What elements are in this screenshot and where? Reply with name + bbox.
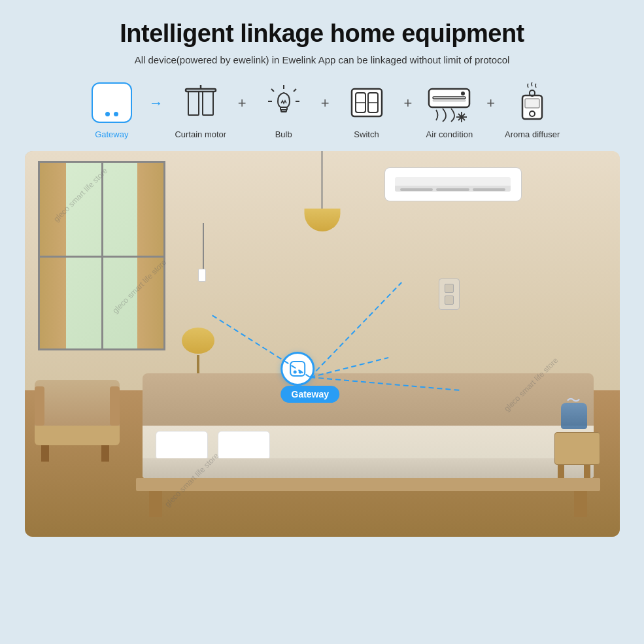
device-bulb: Bulb xyxy=(248,80,320,139)
aroma-diffuser-icon xyxy=(512,82,552,123)
ac-body xyxy=(395,177,511,192)
switch-icon xyxy=(347,82,387,123)
bed-leg-fr xyxy=(574,491,587,517)
ac-icon xyxy=(426,82,472,123)
device-gateway: Gateway xyxy=(76,80,148,139)
chair-seat xyxy=(35,426,120,445)
bulb-icon-wrapper xyxy=(261,80,307,126)
arrow-icon: → xyxy=(149,95,163,125)
svg-point-19 xyxy=(461,92,465,95)
ceiling-lamp xyxy=(304,151,340,231)
aroma-label: Aroma diffuser xyxy=(505,129,560,139)
chair-arm-right xyxy=(110,386,120,426)
svg-rect-3 xyxy=(203,92,213,115)
ac-vent xyxy=(400,188,433,191)
ac-vent xyxy=(436,188,469,191)
room-image: 〜 xyxy=(25,151,620,537)
ac-unit-room xyxy=(384,167,522,201)
svg-line-29 xyxy=(310,358,388,377)
switch-icon-wrapper xyxy=(344,80,390,126)
aroma-icon-wrapper xyxy=(509,80,555,126)
device-curtain: Curtain motor xyxy=(165,80,237,139)
main-container: Intelligent linkage home equipment All d… xyxy=(0,0,644,644)
svg-line-28 xyxy=(310,282,401,377)
lamp-shade xyxy=(304,209,340,231)
bed-leg-fl xyxy=(149,491,162,517)
lamp-cord xyxy=(322,151,323,210)
svg-rect-25 xyxy=(525,99,539,108)
svg-line-31 xyxy=(310,377,460,390)
gateway-icon-wrapper xyxy=(89,80,135,126)
gateway-icon-box xyxy=(92,82,132,123)
pendant-cord xyxy=(203,223,204,269)
chair-legs xyxy=(41,445,120,462)
nightstand: 〜 xyxy=(554,432,600,478)
device-switch: Switch xyxy=(331,80,403,139)
gateway-dots xyxy=(105,112,118,116)
svg-line-6 xyxy=(271,89,274,92)
devices-row: Gateway → Curtain motor + xyxy=(26,80,618,139)
ns-leg-r xyxy=(584,465,590,478)
svg-rect-2 xyxy=(188,92,199,115)
svg-line-5 xyxy=(294,89,296,92)
bulb-label: Bulb xyxy=(275,129,292,139)
steam: 〜 xyxy=(566,391,581,411)
gateway-dot-1 xyxy=(105,112,110,116)
nightstand-top xyxy=(554,432,600,465)
plus-4: + xyxy=(486,95,495,125)
ac-label: Air condition xyxy=(426,129,473,139)
chair-arm-left xyxy=(35,386,44,426)
room-gateway-container: Gateway xyxy=(281,352,340,403)
svg-rect-10 xyxy=(281,110,286,112)
page-subtitle: All device(powered by ewelink) in Ewelin… xyxy=(135,54,510,65)
nightstand-legs xyxy=(558,465,600,478)
curtain-label: Curtain motor xyxy=(175,129,226,139)
plus-3: + xyxy=(404,95,413,125)
window xyxy=(38,161,165,350)
bulb-icon xyxy=(263,82,304,123)
ac-icon-wrapper xyxy=(426,80,472,126)
gateway-label: Gateway xyxy=(95,129,128,139)
plus-2: + xyxy=(321,95,330,125)
ac-vents-row xyxy=(395,186,511,192)
curtain-motor-icon xyxy=(180,82,221,123)
switch-label: Switch xyxy=(354,129,379,139)
ac-vent xyxy=(473,188,505,191)
window-v-divider xyxy=(101,163,103,348)
device-ac: Air condition xyxy=(413,80,485,139)
connection-lines xyxy=(146,263,473,492)
room-aroma-diffuser: 〜 xyxy=(561,403,587,429)
page-title: Intelligent linkage home equipment xyxy=(120,20,524,48)
svg-rect-18 xyxy=(433,100,466,101)
svg-line-30 xyxy=(212,315,310,377)
leg-2 xyxy=(101,445,109,462)
chair-back xyxy=(35,380,120,426)
device-aroma: Aroma diffuser xyxy=(496,80,568,139)
armchair xyxy=(35,380,120,462)
leg-1 xyxy=(41,445,49,462)
gateway-dot-2 xyxy=(114,112,118,116)
plus-1: + xyxy=(238,95,246,125)
curtain-icon-wrapper xyxy=(178,80,224,126)
ns-leg-l xyxy=(558,465,564,478)
